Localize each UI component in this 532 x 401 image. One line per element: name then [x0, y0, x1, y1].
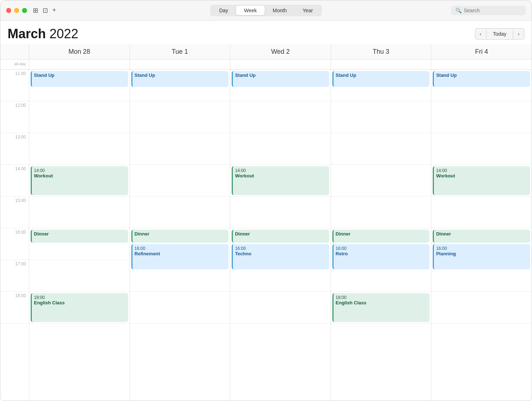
titlebar: ⊞ ⊡ + Day Week Month Year 🔍	[0, 0, 532, 21]
days-columns: Stand Up 14:00 Workout Dinner 18:00 Engl…	[29, 70, 532, 401]
event-time: 14:00	[235, 168, 246, 173]
hour-slot-wed-13	[230, 133, 331, 165]
hour-slot-wed-18	[230, 292, 331, 323]
hour-slot-thu-14	[331, 165, 431, 197]
event-time: 16:00	[135, 246, 145, 251]
allday-row: all-day	[0, 60, 532, 70]
view-tabs: Day Week Month Year	[210, 5, 322, 16]
month-year-title: March 2022	[8, 26, 78, 41]
add-icon[interactable]: +	[52, 6, 56, 14]
event-title: Dinner	[336, 231, 350, 237]
event-tue-refinement[interactable]: 16:00 Refinement	[131, 244, 229, 269]
event-title: Dinner	[436, 231, 451, 237]
tab-week[interactable]: Week	[236, 6, 265, 15]
time-labels: 11:00 12:00 13:00 14:00 15:00 16:00 17:0…	[0, 70, 29, 401]
event-thu-retro[interactable]: 16:00 Retro	[332, 244, 430, 269]
allday-cell-thu	[331, 60, 432, 69]
day-column-tue: Stand Up Dinner 16:00 Refinement	[130, 70, 231, 401]
allday-label: all-day	[0, 60, 29, 69]
event-title: Dinner	[34, 231, 49, 237]
event-title: Stand Up	[135, 72, 155, 78]
next-button[interactable]: ›	[513, 28, 524, 40]
day-header-thu: Thu 3	[331, 44, 432, 59]
event-title: Retro	[336, 251, 348, 256]
calendar-grid: Mon 28 Tue 1 Wed 2 Thu 3 Fri 4 all-day 1…	[0, 44, 532, 401]
event-thu-english[interactable]: 18:00 English Class	[332, 293, 430, 322]
close-button[interactable]	[6, 8, 11, 13]
event-title: Stand Up	[336, 72, 356, 78]
hour-slot-fri-13	[431, 133, 532, 165]
event-title: Dinner	[135, 231, 149, 237]
tab-year[interactable]: Year	[295, 6, 321, 15]
time-gutter-header	[0, 44, 29, 59]
event-wed-workout[interactable]: 14:00 Workout	[232, 166, 329, 195]
event-title: Techno	[235, 251, 251, 256]
day-headers: Mon 28 Tue 1 Wed 2 Thu 3 Fri 4	[0, 44, 532, 60]
inbox-icon[interactable]: ⊡	[43, 6, 48, 14]
event-wed-techno[interactable]: 16:00 Techno	[232, 244, 329, 269]
minimize-button[interactable]	[14, 8, 19, 13]
event-mon-workout[interactable]: 14:00 Workout	[31, 166, 128, 195]
hour-slot-tue-13	[130, 133, 230, 165]
event-fri-dinner[interactable]: Dinner	[433, 230, 530, 243]
hour-slot-thu-13	[331, 133, 431, 165]
event-time: 14:00	[436, 168, 447, 173]
event-thu-dinner[interactable]: Dinner	[332, 230, 430, 243]
time-label-1100: 11:00	[0, 70, 29, 101]
event-title: Stand Up	[436, 72, 457, 78]
hour-slot-thu-15	[331, 197, 431, 228]
hour-slot-mon-15	[29, 197, 130, 228]
hour-slot-tue-15	[130, 197, 230, 228]
event-title: English Class	[34, 300, 65, 305]
day-header-wed: Wed 2	[230, 44, 331, 59]
time-label-1700: 17:00	[0, 260, 29, 292]
event-mon-standup[interactable]: Stand Up	[31, 71, 128, 87]
calendar-header: March 2022 ‹ Today ›	[0, 21, 532, 44]
event-tue-dinner[interactable]: Dinner	[131, 230, 229, 243]
event-title: Refinement	[135, 251, 160, 256]
event-wed-dinner[interactable]: Dinner	[232, 230, 329, 243]
hour-slot-wed-12	[230, 101, 331, 133]
event-fri-standup[interactable]: Stand Up	[433, 71, 530, 87]
search-icon: 🔍	[455, 8, 462, 13]
event-fri-planning[interactable]: 16:00 Planning	[433, 244, 530, 269]
day-column-thu: Stand Up Dinner 16:00 Retro 18:00 Englis…	[331, 70, 432, 401]
day-column-mon: Stand Up 14:00 Workout Dinner 18:00 Engl…	[29, 70, 130, 401]
tab-day[interactable]: Day	[211, 6, 236, 15]
event-title: Dinner	[235, 231, 250, 237]
prev-button[interactable]: ‹	[475, 28, 487, 40]
event-fri-workout[interactable]: 14:00 Workout	[433, 166, 530, 195]
event-tue-standup[interactable]: Stand Up	[131, 71, 229, 87]
hour-slot-fri-12	[431, 101, 532, 133]
event-thu-standup[interactable]: Stand Up	[332, 71, 430, 87]
event-mon-dinner[interactable]: Dinner	[31, 230, 128, 243]
event-time: 18:00	[336, 295, 346, 300]
maximize-button[interactable]	[22, 8, 27, 13]
event-title: Stand Up	[34, 72, 54, 78]
nav-controls: ‹ Today ›	[475, 28, 524, 40]
day-column-wed: Stand Up 14:00 Workout Dinner 16:00 Tech…	[230, 70, 331, 401]
time-label-1600: 16:00	[0, 228, 29, 260]
traffic-lights	[6, 8, 27, 13]
search-input[interactable]	[464, 8, 522, 13]
hour-slot-mon-12	[29, 101, 130, 133]
event-mon-english[interactable]: 18:00 English Class	[31, 293, 128, 322]
event-title: Planning	[436, 251, 456, 256]
time-label-1500: 15:00	[0, 197, 29, 228]
tab-month[interactable]: Month	[265, 6, 295, 15]
event-wed-standup[interactable]: Stand Up	[232, 71, 329, 87]
event-title: Workout	[34, 173, 53, 179]
allday-cell-mon	[29, 60, 130, 69]
event-time: 16:00	[436, 246, 447, 251]
hour-slot-fri-18	[431, 292, 532, 323]
day-header-fri: Fri 4	[431, 44, 532, 59]
event-time: 14:00	[34, 168, 45, 173]
event-title: English Class	[336, 300, 366, 305]
hour-slot-mon-17	[29, 260, 130, 292]
event-title: Workout	[235, 173, 254, 179]
titlebar-icons: ⊞ ⊡ +	[33, 6, 56, 14]
hour-slot-tue-18	[130, 292, 230, 323]
calendar-grid-icon[interactable]: ⊞	[33, 6, 38, 14]
today-button[interactable]: Today	[487, 28, 513, 40]
hour-slot-tue-12	[130, 101, 230, 133]
